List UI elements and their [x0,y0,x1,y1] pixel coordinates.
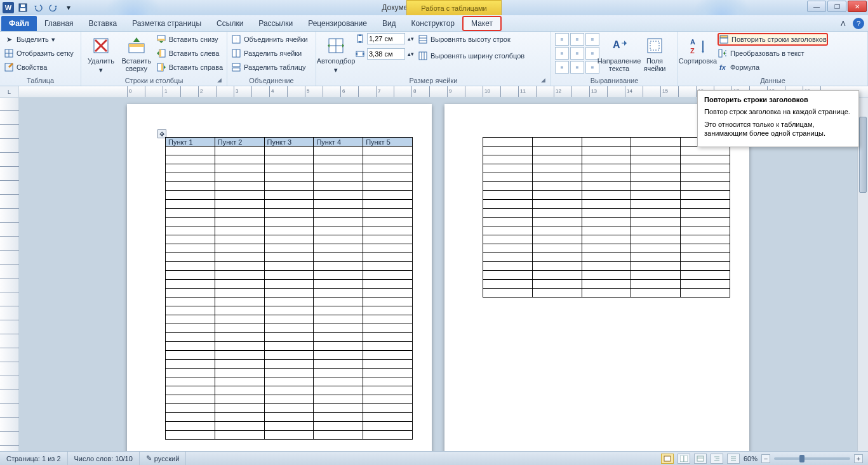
table-cell[interactable] [582,182,631,191]
table-cell[interactable] [314,431,363,440]
vertical-ruler[interactable] [0,98,19,451]
table-cell[interactable] [532,209,582,218]
table-header-cell[interactable]: Пункт 2 [215,138,264,147]
table-cell[interactable] [631,138,681,147]
qat-redo-button[interactable] [47,1,60,14]
table-cell[interactable] [264,377,314,386]
select-button[interactable]: ➤Выделить ▾ [4,33,74,46]
table-cell[interactable] [483,226,533,235]
table-cell[interactable] [314,342,363,351]
table-cell[interactable] [215,182,264,191]
table-cell[interactable] [264,324,314,333]
restore-button[interactable]: ❐ [827,1,846,12]
table-cell[interactable] [314,422,363,431]
table-cell[interactable] [314,200,363,209]
table-cell[interactable] [631,271,681,280]
table-cell[interactable] [363,262,413,271]
ruler-corner[interactable]: L [0,86,19,97]
table-cell[interactable] [264,209,314,218]
table-cell[interactable] [314,351,363,360]
table-cell[interactable] [166,333,215,342]
table-cell[interactable] [681,200,730,209]
status-word-count[interactable]: Число слов: 10/10 [68,452,140,465]
table-cell[interactable] [582,226,631,235]
table-cell[interactable] [264,342,314,351]
table-cell[interactable] [215,271,264,280]
table-cell[interactable] [264,280,314,289]
table-cell[interactable] [483,209,533,218]
table-cell[interactable] [166,369,215,377]
table-cell[interactable] [631,235,681,244]
tab-insert[interactable]: Вставка [81,16,125,31]
row-height-input[interactable]: ▴▾ [356,33,414,44]
table-cell[interactable] [363,306,413,315]
table-cell[interactable] [363,289,413,298]
table-cell[interactable] [582,271,631,280]
table-cell[interactable] [264,298,314,306]
table-cell[interactable] [363,431,413,440]
table-cell[interactable] [264,200,314,209]
table-cell[interactable] [483,271,533,280]
table-cell[interactable] [483,253,533,262]
table-cell[interactable] [681,244,730,253]
table-cell[interactable] [681,253,730,262]
table-cell[interactable] [314,377,363,386]
table-cell[interactable] [264,244,314,253]
table-cell[interactable] [264,235,314,244]
table-cell[interactable] [215,342,264,351]
tab-home[interactable]: Главная [37,16,81,31]
table-cell[interactable] [483,147,533,155]
table-cell[interactable] [166,218,215,226]
table-cell[interactable] [314,155,363,164]
align-top-left-button[interactable]: ≡ [555,33,569,46]
table-cell[interactable] [314,253,363,262]
table-cell[interactable] [681,155,730,164]
table-cell[interactable] [582,138,631,147]
table-cell[interactable] [582,280,631,289]
table-cell[interactable] [314,404,363,413]
table-cell[interactable] [363,333,413,342]
table-cell[interactable] [631,164,681,173]
minimize-ribbon-button[interactable]: ᐱ [838,18,849,29]
scrollbar-thumb[interactable] [859,117,867,193]
table-cell[interactable] [215,235,264,244]
table-cell[interactable] [363,173,413,182]
table-cell[interactable] [215,369,264,377]
file-tab[interactable]: Файл [1,16,37,31]
table-cell[interactable] [166,244,215,253]
text-direction-button[interactable]: A Направление текста [603,33,635,72]
table-cell[interactable] [582,244,631,253]
table-cell[interactable] [215,147,264,155]
table-cell[interactable] [215,289,264,298]
table-cell[interactable] [264,218,314,226]
table-cell[interactable] [582,253,631,262]
table-header-cell[interactable]: Пункт 5 [363,138,413,147]
table-cell[interactable] [681,262,730,271]
table-cell[interactable] [166,377,215,386]
table-header-cell[interactable]: Пункт 4 [314,138,363,147]
insert-left-button[interactable]: Вставить слева [156,47,223,60]
table-cell[interactable] [166,253,215,262]
table-cell[interactable] [264,351,314,360]
table-cell[interactable] [681,209,730,218]
table-cell[interactable] [483,182,533,191]
table-cell[interactable] [582,209,631,218]
help-button[interactable]: ? [853,18,864,29]
table-cell[interactable] [363,351,413,360]
table-cell[interactable] [363,395,413,404]
vertical-scrollbar[interactable] [857,98,868,451]
table-cell[interactable] [215,324,264,333]
zoom-slider[interactable] [774,457,850,460]
table-cell[interactable] [215,306,264,315]
table-cell[interactable] [264,369,314,377]
table-cell[interactable] [314,244,363,253]
table-cell[interactable] [314,164,363,173]
table-cell[interactable] [532,138,582,147]
table-cell[interactable] [681,164,730,173]
table-cell[interactable] [363,315,413,324]
table-cell[interactable] [215,404,264,413]
table-cell[interactable] [166,360,215,369]
table-cell[interactable] [166,147,215,155]
table-cell[interactable] [264,431,314,440]
repeat-header-rows-button[interactable]: Повторить строки заголовков [718,33,828,46]
